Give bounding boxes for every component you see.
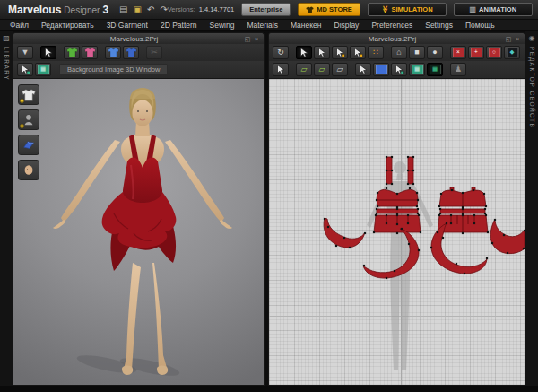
- polygon-pattern-tool[interactable]: ⌂: [391, 46, 407, 59]
- move-pattern-tool[interactable]: ▱: [296, 63, 312, 76]
- property-editor-icon: ◉: [529, 35, 535, 42]
- animation-button[interactable]: ▥ ANIMATION: [454, 3, 533, 16]
- restore-pane-icon[interactable]: ◱: [504, 36, 513, 42]
- dart-circle-tool[interactable]: ○: [486, 46, 502, 59]
- menu-item-avatar[interactable]: Манекен: [284, 21, 328, 30]
- select-grid-texture-tool[interactable]: [391, 63, 407, 76]
- library-icon: ▨: [3, 35, 10, 42]
- edit-pattern-layout-tool[interactable]: [273, 63, 289, 76]
- pattern-pieces: [324, 157, 525, 278]
- scene-tab-garment[interactable]: [18, 84, 39, 105]
- tabbar-3d: Marvelous.2Prj ◱ ×: [13, 32, 265, 44]
- tabbar-2d: Marvelous.2Prj ◱ ×: [268, 32, 525, 44]
- pane-2d: Marvelous.2Prj ◱ × ↻∷⌂■●×+○◆ ▱▱▱▦▦♟: [268, 32, 525, 386]
- pane-3d: Marvelous.2Prj ◱ × ▼✂ ▦ Background Image…: [13, 32, 265, 386]
- library-panel-strip[interactable]: ▨ LIBRARY: [0, 31, 13, 386]
- toolbar-3d-row1: ▼✂: [13, 44, 265, 61]
- dart-plus-tool[interactable]: +: [468, 46, 484, 59]
- toolbar-3d-row2: ▦ Background Image 3D Window: [13, 61, 265, 78]
- open-folder-icon[interactable]: ▣: [134, 5, 142, 14]
- select-texture-tool[interactable]: [355, 63, 371, 76]
- simulation-icon: ≫: [381, 5, 389, 13]
- workspace: Marvelous.2Prj ◱ × ▼✂ ▦ Background Image…: [13, 31, 525, 386]
- viewport-3d[interactable]: [13, 78, 265, 386]
- title-bar: Marvelous Designer 3 ▤▣↶↷ Versions:1.4.1…: [0, 0, 538, 20]
- texture-editor-toggle[interactable]: ▦: [427, 63, 443, 76]
- transform-pattern-tool[interactable]: [296, 46, 312, 59]
- simulation-button[interactable]: ≫ SIMULATION: [368, 3, 447, 16]
- library-panel-label: LIBRARY: [4, 47, 10, 81]
- quick-toolbar: ▤▣↶↷: [119, 5, 168, 14]
- menu-item-edit[interactable]: Редактировать: [35, 21, 100, 30]
- toolbar-2d-row2: ▱▱▱▦▦♟: [268, 61, 525, 78]
- select-background-tool[interactable]: [17, 63, 33, 76]
- logo-word-designer: Designer: [64, 5, 100, 15]
- menu-item-help[interactable]: Помощь: [459, 21, 501, 30]
- viewport-2d[interactable]: [268, 78, 525, 386]
- enterprise-badge[interactable]: Enterprise: [241, 3, 291, 16]
- toolbar-2d-row1: ↻∷⌂■●×+○◆: [268, 44, 525, 61]
- modified-badge: [20, 124, 24, 128]
- rectangle-pattern-tool[interactable]: ■: [409, 46, 425, 59]
- logo-word-marvelous: Marvelous: [8, 4, 61, 16]
- undo-icon[interactable]: ↶: [147, 5, 154, 14]
- md-store-button[interactable]: MD STORE: [298, 3, 360, 16]
- add-point-split-tool[interactable]: ∷: [368, 46, 384, 59]
- version-value: 1.4.14.7701: [199, 5, 235, 13]
- logo-word-3: 3: [102, 4, 108, 16]
- scene-object-stack: [18, 84, 39, 180]
- edit-curve-point-tool[interactable]: [350, 46, 366, 59]
- edit-curvature-tool[interactable]: [332, 46, 348, 59]
- scissors-tool[interactable]: ✂: [146, 46, 162, 59]
- seam-point-tool[interactable]: ◆: [504, 46, 520, 59]
- menu-item-settings[interactable]: Settings: [419, 21, 459, 30]
- select-move-tool[interactable]: [40, 46, 56, 59]
- background-image-selector[interactable]: Background Image 3D Window: [59, 64, 168, 75]
- menu-bar: ФайлРедактировать3D Garment2D PatternSew…: [0, 20, 538, 31]
- menu-item-materials[interactable]: Materials: [240, 21, 283, 30]
- avatar-3d-render: [13, 79, 264, 386]
- grid-texture-swatch[interactable]: ▦: [409, 63, 425, 76]
- app-logo: Marvelous Designer 3: [8, 4, 108, 16]
- transform-point-tool[interactable]: [314, 46, 330, 59]
- menu-item-file[interactable]: Файл: [4, 21, 35, 30]
- fabric-swatch[interactable]: [373, 63, 389, 76]
- property-editor-panel-strip[interactable]: ◉ РЕДАКТОР СВОЙСТВ: [525, 31, 538, 386]
- menu-item-3d-garment[interactable]: 3D Garment: [100, 21, 154, 30]
- tab-2d-window[interactable]: Marvelous.2Prj: [281, 35, 504, 43]
- drape-garment-tool[interactable]: [105, 46, 121, 59]
- show-garment-fit-toggle[interactable]: [82, 46, 98, 59]
- menu-item-display[interactable]: Display: [328, 21, 366, 30]
- close-pane-icon[interactable]: ×: [513, 36, 522, 42]
- menu-item-sewing[interactable]: Sewing: [204, 21, 241, 30]
- stats-icon[interactable]: ▤: [119, 5, 127, 14]
- redo-icon[interactable]: ↷: [160, 5, 167, 14]
- close-pane-icon[interactable]: ×: [252, 36, 261, 42]
- modified-badge: [20, 99, 24, 103]
- pattern-pieces-render: [269, 79, 525, 386]
- main-area: ▨ LIBRARY Marvelous.2Prj ◱ × ▼✂ ▦ Backgr…: [0, 31, 538, 386]
- dart-x-tool[interactable]: ×: [450, 46, 466, 59]
- tab-3d-window[interactable]: Marvelous.2Prj: [25, 35, 243, 43]
- property-editor-panel-label: РЕДАКТОР СВОЙСТВ: [529, 47, 535, 128]
- show-garment-3d-toggle[interactable]: [64, 46, 80, 59]
- sync-2d-3d-tool[interactable]: ↻: [273, 46, 289, 59]
- version-info: Versions:1.4.14.7701: [168, 5, 234, 13]
- circle-pattern-tool[interactable]: ●: [427, 46, 443, 59]
- scene-tab-avatar[interactable]: [18, 109, 39, 130]
- scene-tab-head[interactable]: [18, 160, 39, 180]
- animation-icon: ▥: [470, 5, 477, 13]
- md-store-shirt-icon: [306, 6, 314, 13]
- app-window: Marvelous Designer 3 ▤▣↶↷ Versions:1.4.1…: [0, 0, 538, 392]
- version-label: Versions:: [168, 5, 195, 13]
- rotate-pattern-tool[interactable]: ▱: [332, 63, 348, 76]
- show-avatar-silhouette-toggle[interactable]: ♟: [450, 63, 466, 76]
- restore-pane-icon[interactable]: ◱: [243, 36, 252, 42]
- scene-tab-fabric[interactable]: [18, 135, 39, 155]
- fit-garment-tool[interactable]: [123, 46, 139, 59]
- background-texture-swatch[interactable]: ▦: [35, 63, 51, 76]
- menu-item-2d-pattern[interactable]: 2D Pattern: [154, 21, 204, 30]
- menu-item-preferences[interactable]: Preferences: [365, 21, 419, 30]
- mirror-pattern-tool[interactable]: ▱: [314, 63, 330, 76]
- show-hide-dropdown-tool[interactable]: ▼: [17, 46, 33, 59]
